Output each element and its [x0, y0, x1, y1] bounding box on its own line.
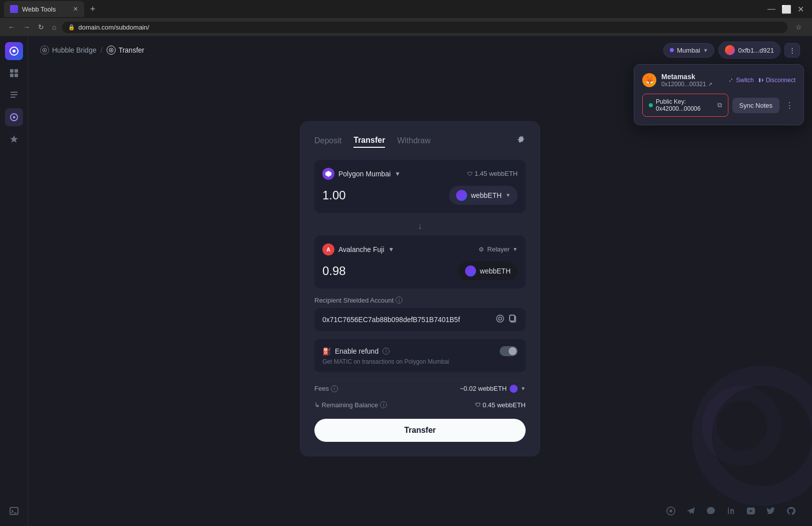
- public-key-text: Public Key: 0x42000...00006: [656, 98, 714, 112]
- direction-arrow: ↓: [314, 217, 526, 235]
- metamask-icon: 🦊: [642, 73, 656, 87]
- tab-deposit[interactable]: Deposit: [314, 136, 341, 147]
- sidebar-item-terminal[interactable]: [5, 502, 23, 520]
- svg-rect-2: [10, 69, 14, 73]
- transfer-submit-btn[interactable]: Transfer: [314, 419, 526, 442]
- dest-chain-header: A Avalanche Fuji ▼ ⚙ Relayer ▼: [322, 243, 518, 255]
- recipient-scan-icon[interactable]: [496, 314, 505, 325]
- wallet-btn[interactable]: 0xfb1...d921: [718, 42, 780, 59]
- svg-point-10: [13, 116, 15, 119]
- card-settings-btn[interactable]: [517, 136, 526, 147]
- close-window-btn[interactable]: ✕: [797, 5, 804, 14]
- sidebar-item-notes[interactable]: [5, 86, 23, 104]
- switch-btn[interactable]: Switch: [728, 77, 753, 84]
- refund-header: ⛽ Enable refund i: [322, 346, 518, 356]
- svg-point-23: [669, 509, 672, 512]
- footer-icon-discord[interactable]: [706, 506, 716, 518]
- refresh-btn[interactable]: ↻: [36, 21, 46, 33]
- minimize-btn[interactable]: —: [767, 5, 775, 14]
- fees-label: Fees i: [314, 385, 338, 392]
- fees-row: Fees i ~0.02 webbETH ▼: [314, 380, 526, 397]
- sidebar-item-grid[interactable]: [5, 64, 23, 82]
- svg-point-13: [44, 50, 46, 51]
- svg-rect-11: [10, 507, 18, 514]
- svg-rect-8: [11, 97, 16, 98]
- recipient-input-wrap: [314, 308, 526, 331]
- fees-info-icon[interactable]: i: [331, 385, 338, 392]
- sidebar-item-tools[interactable]: [5, 130, 23, 148]
- remaining-info-icon[interactable]: i: [380, 401, 387, 408]
- source-token-chevron-icon: ▼: [506, 192, 511, 198]
- metamask-header: 🦊 Metamask 0x12000...00321 ↗ Switch: [642, 73, 795, 88]
- browser-tab-active[interactable]: Webb Tools ✕: [4, 1, 84, 17]
- tab-close-btn[interactable]: ✕: [73, 6, 78, 13]
- footer-icon-github[interactable]: [786, 506, 796, 518]
- source-amount-input[interactable]: [322, 188, 402, 202]
- recipient-info-icon[interactable]: i: [395, 297, 402, 304]
- tab-withdraw[interactable]: Withdraw: [397, 136, 431, 147]
- new-tab-btn[interactable]: +: [86, 2, 100, 17]
- dest-chain-chevron-icon: ▼: [388, 246, 394, 253]
- metamask-address: 0x12000...00321 ↗: [661, 81, 723, 88]
- refund-toggle[interactable]: [500, 346, 518, 356]
- network-selector-btn[interactable]: Mumbai ▼: [663, 43, 714, 58]
- forward-btn[interactable]: →: [21, 21, 32, 33]
- source-chain-selector[interactable]: Polygon Mumbai ▼: [322, 168, 400, 180]
- network-label: Mumbai: [677, 47, 700, 54]
- svg-rect-20: [510, 315, 515, 321]
- recipient-input[interactable]: [322, 316, 492, 324]
- footer-icon-webb[interactable]: [666, 506, 676, 518]
- url-text: domain.com/subdomain/: [78, 24, 149, 31]
- recipient-copy-icon[interactable]: [509, 314, 518, 325]
- bookmark-btn[interactable]: ☆: [791, 23, 806, 31]
- browser-chrome: Webb Tools ✕ + — ⬜ ✕ ← → ↻ ⌂ 🔒 domain.co…: [0, 0, 812, 36]
- breadcrumb: Hubble Bridge / Transfer: [40, 46, 144, 55]
- dest-token-label: webbETH: [480, 267, 511, 275]
- external-link-icon[interactable]: ↗: [708, 81, 712, 88]
- fees-value: ~0.02 webbETH ▼: [460, 385, 526, 393]
- relayer-selector[interactable]: ⚙ Relayer ▼: [479, 245, 518, 253]
- back-btn[interactable]: ←: [6, 21, 17, 33]
- source-chain-section: Polygon Mumbai ▼ 🛡 1.45 webbETH webbETH …: [314, 160, 526, 213]
- dest-chain-selector[interactable]: A Avalanche Fuji ▼: [322, 243, 394, 255]
- bg-decoration-2: [702, 386, 782, 466]
- copy-public-key-btn[interactable]: ⧉: [717, 101, 722, 109]
- footer-icon-twitter[interactable]: [766, 506, 776, 518]
- breadcrumb-home[interactable]: Hubble Bridge: [40, 46, 97, 55]
- source-token-icon: [456, 190, 467, 201]
- public-key-row: Public Key: 0x42000...00006 ⧉ Sync Notes…: [642, 94, 795, 117]
- footer-icon-linkedin[interactable]: [726, 506, 736, 518]
- disconnect-btn[interactable]: Disconnect: [758, 77, 795, 84]
- dest-amount-value: 0.98: [322, 264, 346, 278]
- nav-more-btn[interactable]: ⋮: [784, 43, 800, 58]
- breadcrumb-separator: /: [101, 46, 103, 54]
- address-bar[interactable]: 🔒 domain.com/subdomain/: [62, 22, 787, 33]
- breadcrumb-current-icon: [107, 46, 116, 55]
- footer-icon-youtube[interactable]: [746, 506, 756, 518]
- sidebar: [0, 36, 28, 526]
- top-nav-right: Mumbai ▼ 0xfb1...d921 ⋮: [663, 42, 800, 59]
- tab-transfer[interactable]: Transfer: [353, 136, 385, 148]
- card-tabs: Deposit Transfer Withdraw: [314, 136, 526, 148]
- home-btn[interactable]: ⌂: [50, 21, 58, 33]
- svg-point-17: [497, 315, 504, 322]
- sync-notes-btn[interactable]: Sync Notes: [732, 98, 779, 113]
- svg-rect-5: [15, 74, 18, 77]
- svg-marker-16: [325, 171, 331, 177]
- refund-info-icon[interactable]: i: [382, 348, 389, 355]
- wallet-address-label: 0xfb1...d921: [738, 47, 774, 54]
- fees-chevron-icon[interactable]: ▼: [521, 386, 526, 391]
- sidebar-item-bridge[interactable]: [5, 108, 23, 126]
- remaining-shield-icon: 🛡: [475, 402, 481, 408]
- svg-point-15: [110, 50, 112, 51]
- source-token-selector[interactable]: webbETH ▼: [449, 186, 518, 205]
- dropdown-more-btn[interactable]: ⋮: [783, 99, 795, 112]
- footer-icon-telegram[interactable]: [686, 506, 696, 518]
- restore-btn[interactable]: ⬜: [781, 5, 791, 14]
- source-chain-chevron-icon: ▼: [394, 170, 400, 177]
- network-dot: [670, 48, 674, 52]
- svg-rect-6: [11, 92, 18, 93]
- main-content: Hubble Bridge / Transfer Mumbai: [28, 36, 812, 526]
- metamask-info: Metamask 0x12000...00321 ↗: [661, 73, 723, 88]
- dest-amount-row: 0.98 webbETH: [322, 261, 518, 281]
